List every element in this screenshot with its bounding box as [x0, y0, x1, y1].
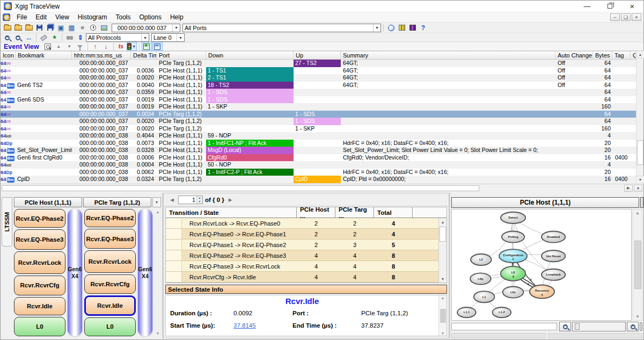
ltssm-state-host-rcvr-rcvrcfg[interactable]: Rcvr.RcvrCfg — [14, 276, 65, 295]
transition-row[interactable]: Rcvr.EQ-Phase0 -> Rcvr.EQ-Phase1224 — [166, 229, 438, 240]
spin-down-icon[interactable]: ▼ — [197, 200, 202, 204]
spin-up-icon[interactable]: ▲ — [197, 196, 202, 200]
save-all-button[interactable] — [45, 23, 55, 32]
menu-tools[interactable]: Tools — [112, 13, 135, 21]
menu-edit[interactable]: Edit — [31, 13, 51, 21]
transition-row[interactable]: Rcvr.RcvrLock -> Rcvr.EQ-Phase0224 — [166, 218, 438, 229]
ltssm-node-l0[interactable]: L04 — [501, 266, 525, 281]
stop-button[interactable]: ■ — [77, 23, 87, 32]
scroll-right-icon[interactable]: ▶ — [624, 185, 633, 192]
grid-view-button[interactable]: ▦ — [67, 23, 77, 32]
open-recent-button[interactable] — [24, 23, 34, 32]
menu-view[interactable]: View — [51, 13, 74, 21]
column-header-auto-change[interactable]: Auto Change — [555, 52, 593, 59]
transition-row[interactable]: Rcvr.RcvrCfg -> Rcvr.Idle448 — [166, 272, 438, 283]
ltssm-state-targ-rcvr-rcvrlock[interactable]: Rcvr.RcvrLock — [84, 250, 136, 273]
zoom-fit-button[interactable]: ↔ — [24, 33, 34, 42]
help-button[interactable]: ? — [418, 23, 428, 32]
ltssm-state-targ-rcvr-rcvrcfg[interactable]: Rcvr.RcvrCfg — [84, 274, 136, 294]
table-row[interactable]: 64BmGen6 TS2000:00:00.000_0370.0040PCIe … — [1, 82, 636, 89]
split-view-button[interactable]: ▼ — [634, 185, 642, 192]
open-capture-button[interactable] — [13, 23, 23, 32]
ltssm-dropdown-button[interactable]: ▼ — [152, 197, 161, 207]
ltssm-node-polling[interactable]: Polling — [502, 231, 524, 242]
histogram-view-button[interactable] — [397, 23, 407, 32]
state-info-scrollbar[interactable]: ▲ ▼ — [438, 295, 447, 336]
ltssm-node-l0s[interactable]: L0s — [503, 286, 524, 298]
restore-button[interactable] — [598, 1, 621, 12]
diagram-header-next[interactable] — [640, 197, 643, 208]
table-row[interactable]: 64os000:00:00.000_0370.0020PCIe Targ (1,… — [1, 125, 636, 133]
scroll-down-icon[interactable]: ▼ — [441, 331, 445, 335]
mdi-restore-button[interactable]: ❏ — [621, 13, 631, 21]
table-row[interactable]: 64BmGen6 first CfgRd0000:00:00.000_0380.… — [1, 154, 636, 162]
ltssm-node-hot-reset[interactable]: Hot Reset — [541, 250, 565, 262]
scroll-up-icon[interactable]: ▲ — [636, 51, 644, 59]
table-row[interactable]: 64os000:00:00.000_0370.0019PCIe Host (1,… — [1, 103, 636, 111]
ltssm-node-l1[interactable]: L1 — [474, 291, 495, 302]
ltssm-node-l1-2[interactable]: L1.2 — [493, 307, 511, 317]
close-button[interactable]: × — [621, 1, 643, 12]
transition-col-total[interactable]: Total — [374, 207, 413, 218]
column-header-bytes[interactable]: Bytes — [593, 52, 612, 59]
menu-histogram[interactable]: Histogram — [74, 13, 112, 21]
table-row[interactable]: 64os000:00:00.000_0370.0036PCIe Host (1,… — [1, 67, 636, 75]
ltssm-tab[interactable]: LTSSM — [2, 197, 12, 247]
column-header-up[interactable]: Up — [294, 52, 341, 59]
table-row[interactable]: 64os000:00:00.000_0370.0034PCIe Targ (1,… — [1, 111, 636, 118]
locate-event-button[interactable] — [43, 42, 53, 51]
table-row[interactable]: 64Dp000:00:00.000_0380.0062PCIe Host (1,… — [1, 169, 636, 176]
expand-fields-button[interactable] — [142, 42, 152, 51]
diagram-vertical-scrollbar[interactable]: ▲ ▼ — [633, 209, 642, 321]
ltssm-scroll-hints[interactable]: ▲▼ — [155, 209, 161, 336]
column-header-bookmark[interactable]: Bookmark — [16, 52, 72, 59]
ltssm-diagram[interactable]: 124 DetectPollingDisabledConfiguration1H… — [451, 209, 632, 321]
ltssm-host-header[interactable]: PCIe Host (1,1,1) — [14, 197, 82, 207]
scroll-down-icon[interactable]: ▼ — [156, 331, 160, 335]
ltssm-node-configuration[interactable]: Configuration1 — [499, 249, 527, 263]
table-row[interactable]: 64os000:00:00.000_0370.0020PCIe Targ (1,… — [1, 118, 636, 125]
start-time-link[interactable]: 37.8145 — [233, 322, 292, 329]
scrollbar-thumb[interactable] — [637, 140, 643, 165]
zoom-in-button[interactable] — [2, 33, 12, 42]
ltssm-state-host-l0[interactable]: L0 — [14, 317, 65, 336]
collapse-fields-button[interactable] — [152, 42, 163, 51]
protocols-combo[interactable]: All Protocols ▼ — [86, 33, 149, 42]
snapshot-button[interactable] — [99, 23, 109, 32]
sync-scroll-button[interactable]: ⇕ — [75, 33, 85, 42]
pager-next-icon[interactable]: ▶ — [226, 197, 235, 202]
time-reference-button[interactable]: ts — [116, 42, 126, 51]
ltssm-state-host-rcvr-rcvrlock[interactable]: Rcvr.RcvrLock — [14, 251, 65, 274]
scrollbar-thumb[interactable] — [634, 241, 641, 289]
table-row[interactable]: 64BmGen6 SDS000:00:00.000_0370.0019PCIe … — [1, 96, 636, 104]
ltssm-state-host-rcvr-idle[interactable]: Rcvr.Idle — [14, 297, 65, 315]
table-vertical-scrollbar[interactable]: ▲ ▼ — [636, 51, 643, 183]
trigger-button[interactable]: ▼ — [127, 42, 137, 51]
column-header-time[interactable]: hhh:mm:ss.ms_us — [72, 52, 131, 59]
column-header-down[interactable]: Down — [206, 52, 294, 59]
column-header-icon[interactable]: Icon — [1, 52, 16, 59]
transition-row[interactable]: Rcvr.EQ-Phase1 -> Rcvr.EQ-Phase2235 — [166, 240, 438, 250]
zoom-out-button[interactable] — [559, 322, 571, 331]
time-combo[interactable]: 000:00:00.000 037 ▼ — [112, 24, 180, 32]
ltssm-state-host-rcvr-eq-phase3[interactable]: Rcvr.EQ-Phase3 — [14, 229, 65, 250]
scroll-up-icon[interactable]: ▲ — [439, 218, 447, 226]
zoom-slider[interactable] — [572, 322, 626, 331]
scroll-down-icon[interactable]: ▼ — [635, 314, 640, 319]
mdi-close-button[interactable]: × — [632, 13, 641, 21]
zoom-slider-thumb[interactable] — [575, 323, 580, 330]
ports-combo[interactable]: All Ports ▼ — [182, 24, 381, 32]
resize-grip[interactable] — [640, 322, 642, 331]
ltssm-node-l2[interactable]: L2 — [471, 254, 492, 265]
diagram-header[interactable]: PCIe Host (1,1,1) — [451, 197, 639, 208]
save-button[interactable] — [34, 23, 45, 32]
transition-scrollbar[interactable]: ▲ ▼ — [438, 218, 447, 283]
ltssm-state-targ-rcvr-eq-phase2[interactable]: Rcvr.EQ-Phase2 — [84, 209, 136, 227]
timer-button[interactable] — [88, 23, 98, 32]
column-header-port[interactable]: Port — [157, 52, 206, 59]
add-marker-button[interactable]: * — [49, 33, 60, 42]
pager-prev-icon[interactable]: ◀ — [168, 197, 176, 202]
transition-row[interactable]: Rcvr.EQ-Phase2 -> Rcvr.EQ-Phase3448 — [166, 250, 438, 261]
column-header-tag[interactable]: Tag — [612, 52, 631, 59]
ltssm-node-loopback[interactable]: Loopback — [541, 269, 565, 280]
